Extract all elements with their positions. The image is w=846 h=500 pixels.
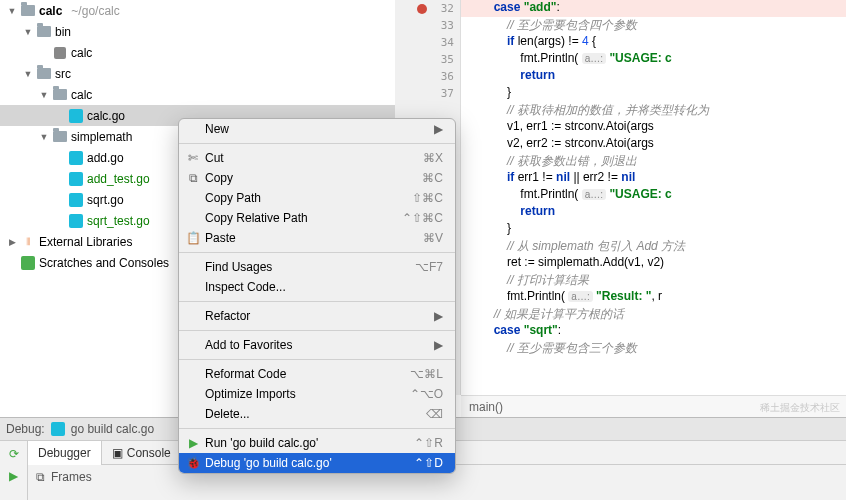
code-line[interactable]: ret := simplemath.Add(v1, v2) [461,255,846,272]
code-line[interactable]: fmt.Println( a…: "Result: ", r [461,289,846,306]
breadcrumb-item[interactable]: main() [469,400,503,414]
go-file-icon [68,192,84,208]
tree-item-calc[interactable]: ▼calc [0,84,395,105]
breakpoint-icon[interactable] [417,4,427,14]
gutter-line[interactable]: 33 [395,17,460,34]
menu-item-run-go-build-calc-go[interactable]: ▶Run 'go build calc.go'⌃⇧R [179,433,455,453]
submenu-arrow-icon: ▶ [434,122,443,136]
code-line[interactable]: v2, err2 := strconv.Atoi(args [461,136,846,153]
tree-item-label: simplemath [71,130,132,144]
code-line[interactable]: return [461,68,846,85]
menu-item-icon: 📋 [185,231,201,245]
code-line[interactable]: v1, err1 := strconv.Atoi(args [461,119,846,136]
gutter-line[interactable]: 37 [395,85,460,102]
tree-arrow-icon[interactable]: ▼ [23,27,33,37]
gutter-line[interactable]: 34 [395,34,460,51]
menu-item-label: Copy Relative Path [205,211,308,225]
debug-tab-console[interactable]: ▣Console [102,441,182,465]
rerun-button[interactable]: ⟳ [4,444,24,464]
watermark: 稀土掘金技术社区 [760,401,840,415]
code-line[interactable]: // 打印计算结果 [461,272,846,289]
menu-item-icon: ✄ [185,151,201,165]
code-line[interactable]: } [461,221,846,238]
menu-item-add-to-favorites[interactable]: Add to Favorites▶ [179,335,455,355]
tree-arrow-icon[interactable]: ▶ [7,237,17,247]
menu-item-copy[interactable]: ⧉Copy⌘C [179,168,455,188]
tree-item-bin[interactable]: ▼bin [0,21,395,42]
tree-item-label: add_test.go [87,172,150,186]
menu-item-label: Copy [205,171,233,185]
tree-item-label: calc [71,46,92,60]
code-editor[interactable]: case "add": // 至少需要包含四个参数 if len(args) !… [461,0,846,395]
menu-item-new[interactable]: New▶ [179,119,455,139]
scratches-icon [20,255,36,271]
gutter-line[interactable] [395,102,460,119]
console-icon: ▣ [112,446,123,460]
menu-item-find-usages[interactable]: Find Usages⌥F7 [179,257,455,277]
menu-item-shortcut: ⌘X [423,151,443,165]
code-line[interactable]: if len(args) != 4 { [461,34,846,51]
tree-item-label: src [55,67,71,81]
menu-item-shortcut: ⌃⇧⌘C [402,211,443,225]
tree-item-label: calc [39,4,62,18]
debug-config-name: go build calc.go [71,422,154,436]
tree-item-calc[interactable]: calc [0,42,395,63]
code-line[interactable]: case "sqrt": [461,323,846,340]
menu-item-reformat-code[interactable]: Reformat Code⌥⌘L [179,364,455,384]
folder-icon [52,129,68,145]
menu-item-copy-relative-path[interactable]: Copy Relative Path⌃⇧⌘C [179,208,455,228]
frames-label[interactable]: Frames [51,470,92,484]
gutter-line[interactable]: 35 [395,51,460,68]
go-file-icon [68,150,84,166]
debug-tab-debugger[interactable]: Debugger [28,441,102,465]
code-line[interactable]: // 至少需要包含四个参数 [461,17,846,34]
code-line[interactable]: // 从 simplemath 包引入 Add 方法 [461,238,846,255]
library-icon: ⫴ [20,234,36,250]
tree-arrow-icon[interactable]: ▼ [23,69,33,79]
folder-icon [52,87,68,103]
context-menu[interactable]: New▶✄Cut⌘X⧉Copy⌘CCopy Path⇧⌘CCopy Relati… [178,118,456,474]
tree-arrow-icon[interactable]: ▼ [39,90,49,100]
tree-item-calc[interactable]: ▼calc~/go/calc [0,0,395,21]
menu-item-optimize-imports[interactable]: Optimize Imports⌃⌥O [179,384,455,404]
code-line[interactable]: fmt.Println( a…: "USAGE: c [461,187,846,204]
menu-item-label: Paste [205,231,236,245]
menu-separator [179,252,455,253]
code-line[interactable]: return [461,204,846,221]
menu-item-shortcut: ⌃⇧R [414,436,443,450]
code-line[interactable]: // 至少需要包含三个参数 [461,340,846,357]
tree-arrow-icon[interactable]: ▼ [39,132,49,142]
resume-button[interactable]: ▶ [4,466,24,486]
code-line[interactable]: case "add": [461,0,846,17]
tree-item-src[interactable]: ▼src [0,63,395,84]
tree-item-label: bin [55,25,71,39]
menu-item-shortcut: ⌫ [426,407,443,421]
gutter-line[interactable]: 36 [395,68,460,85]
code-line[interactable]: if err1 != nil || err2 != nil [461,170,846,187]
menu-item-shortcut: ⌥F7 [415,260,443,274]
menu-item-shortcut: ⌃⇧D [414,456,443,470]
menu-item-copy-path[interactable]: Copy Path⇧⌘C [179,188,455,208]
code-line[interactable]: // 获取参数出错，则退出 [461,153,846,170]
menu-separator [179,428,455,429]
tree-arrow-icon[interactable]: ▼ [7,6,17,16]
menu-item-icon: 🐞 [185,456,201,470]
code-line[interactable]: } [461,85,846,102]
menu-item-paste[interactable]: 📋Paste⌘V [179,228,455,248]
code-line[interactable]: // 如果是计算平方根的话 [461,306,846,323]
menu-item-debug-go-build-calc-go[interactable]: 🐞Debug 'go build calc.go'⌃⇧D [179,453,455,473]
code-line[interactable]: // 获取待相加的数值，并将类型转化为 [461,102,846,119]
menu-item-label: Find Usages [205,260,272,274]
tree-item-label: add.go [87,151,124,165]
code-line[interactable]: fmt.Println( a…: "USAGE: c [461,51,846,68]
menu-item-refactor[interactable]: Refactor▶ [179,306,455,326]
menu-item-label: New [205,122,229,136]
menu-item-icon: ⧉ [185,171,201,185]
executable-icon [52,45,68,61]
menu-item-label: Optimize Imports [205,387,296,401]
tree-item-path: ~/go/calc [71,4,119,18]
menu-item-delete[interactable]: Delete...⌫ [179,404,455,424]
menu-item-inspect-code[interactable]: Inspect Code... [179,277,455,297]
menu-item-cut[interactable]: ✄Cut⌘X [179,148,455,168]
gutter-line[interactable]: 32 [395,0,460,17]
